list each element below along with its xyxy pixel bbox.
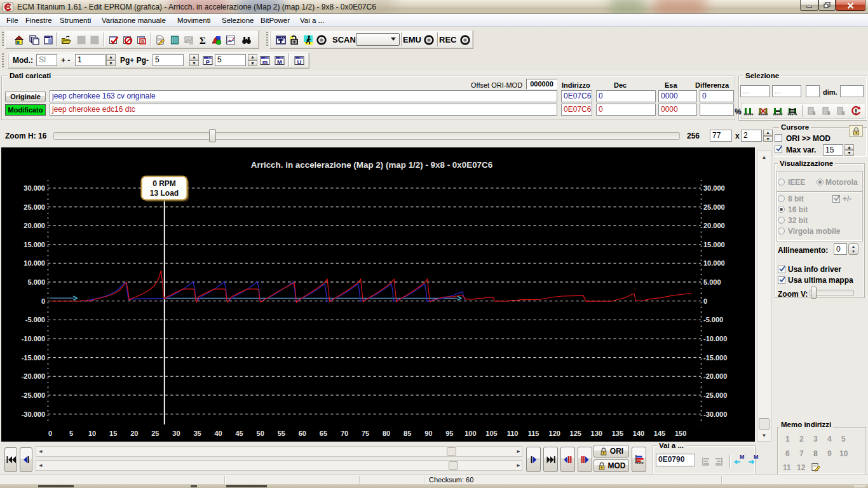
svg-text:150: 150	[675, 430, 686, 437]
svg-text:Arricch. in accelerazione (Map: Arricch. in accelerazione (Map 2) (map 1…	[251, 160, 492, 170]
svg-text:135: 135	[612, 430, 623, 437]
svg-text:25.000: 25.000	[24, 203, 45, 211]
svg-text:13 Load: 13 Load	[150, 189, 179, 198]
svg-text:120: 120	[549, 430, 560, 437]
svg-text:130: 130	[591, 430, 602, 437]
svg-text:50: 50	[257, 430, 264, 437]
svg-text:5.000: 5.000	[27, 278, 45, 286]
svg-text:20.000: 20.000	[703, 222, 725, 229]
svg-text:65: 65	[320, 430, 327, 437]
svg-text:-25.000: -25.000	[22, 391, 45, 399]
svg-text:55: 55	[278, 430, 285, 437]
svg-text:0: 0	[141, 39, 144, 44]
svg-text:5: 5	[69, 430, 73, 437]
svg-text:-15.000: -15.000	[22, 354, 45, 362]
svg-text:80: 80	[383, 430, 390, 437]
svg-text:25: 25	[151, 430, 159, 437]
svg-text:-15.000: -15.000	[703, 354, 727, 362]
svg-text:Σ: Σ	[200, 35, 206, 45]
svg-text:0: 0	[703, 297, 707, 305]
svg-text:P: P	[205, 58, 210, 65]
svg-text:10.000: 10.000	[703, 259, 725, 267]
svg-text:60: 60	[299, 430, 306, 437]
svg-text:10.000: 10.000	[24, 259, 45, 267]
svg-text:0 RPM: 0 RPM	[153, 179, 176, 188]
svg-text:40: 40	[214, 430, 222, 437]
svg-text:125: 125	[570, 430, 581, 437]
svg-text:m: m	[262, 58, 267, 65]
svg-text:25.000: 25.000	[703, 203, 725, 211]
svg-text:-25.000: -25.000	[703, 391, 727, 399]
svg-text:85: 85	[403, 430, 411, 437]
svg-text:45: 45	[235, 430, 243, 437]
svg-text:5.000: 5.000	[703, 278, 721, 286]
svg-text:-30.000: -30.000	[22, 410, 45, 418]
svg-text:105: 105	[485, 430, 497, 437]
svg-text:M: M	[277, 58, 282, 65]
svg-text:15: 15	[109, 430, 117, 437]
svg-text:20.000: 20.000	[24, 222, 45, 229]
svg-text:95: 95	[445, 430, 453, 437]
svg-text:110: 110	[507, 430, 519, 437]
svg-text:75: 75	[362, 430, 369, 437]
svg-text:140: 140	[633, 430, 644, 437]
svg-text:-30.000: -30.000	[703, 410, 727, 418]
svg-text:90: 90	[424, 430, 432, 437]
svg-text:10: 10	[88, 430, 96, 437]
svg-text:30.000: 30.000	[24, 184, 45, 192]
svg-text:M: M	[754, 454, 759, 460]
svg-text:145: 145	[654, 430, 665, 437]
svg-text:115: 115	[528, 430, 539, 437]
svg-text:0: 0	[48, 430, 52, 437]
svg-text:15.000: 15.000	[703, 241, 725, 248]
svg-text:30: 30	[172, 430, 180, 437]
svg-text:M: M	[740, 454, 745, 460]
svg-text:-10.000: -10.000	[22, 335, 45, 342]
svg-text:20: 20	[130, 430, 138, 437]
svg-text:15.000: 15.000	[24, 241, 45, 248]
svg-text:70: 70	[341, 430, 348, 437]
svg-text:100: 100	[465, 430, 476, 437]
svg-text:-5.000: -5.000	[25, 316, 45, 323]
svg-text:-5.000: -5.000	[703, 316, 723, 323]
svg-text:U: U	[297, 58, 301, 65]
svg-text:30.000: 30.000	[703, 184, 725, 192]
svg-text:-20.000: -20.000	[703, 372, 727, 380]
svg-text:-20.000: -20.000	[22, 372, 45, 380]
svg-text:0: 0	[41, 297, 45, 305]
svg-text:35: 35	[193, 430, 201, 437]
svg-text:-10.000: -10.000	[703, 335, 727, 342]
